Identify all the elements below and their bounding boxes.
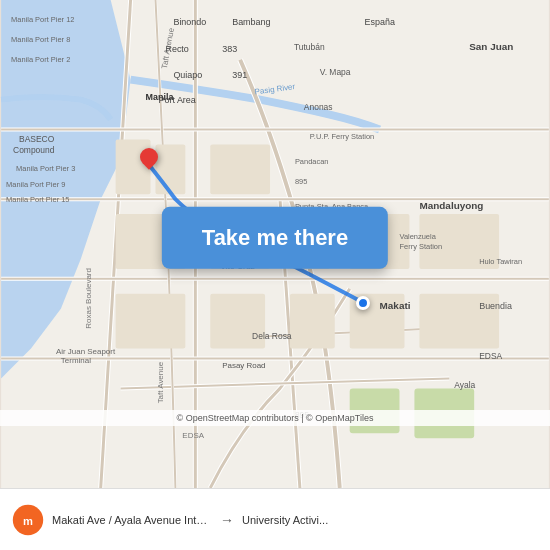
svg-text:Bambang: Bambang [232, 17, 270, 27]
svg-text:Ferry Station: Ferry Station [399, 242, 442, 251]
svg-text:Valenzuela: Valenzuela [399, 232, 436, 241]
origin-location-dot [356, 296, 370, 310]
svg-text:EDSA: EDSA [479, 351, 502, 361]
svg-text:Binondo: Binondo [173, 17, 206, 27]
svg-text:Ayala: Ayala [454, 380, 475, 390]
svg-text:Anonas: Anonas [304, 102, 333, 112]
svg-text:m: m [23, 514, 33, 526]
svg-rect-22 [210, 144, 270, 194]
app: BASECO Compound Manila San Juan Mandaluy… [0, 0, 550, 550]
svg-text:Taft Avenue: Taft Avenue [156, 361, 165, 403]
take-me-there-button[interactable]: Take me there [162, 207, 388, 269]
route-arrow-icon: → [220, 512, 234, 528]
svg-text:San Juan: San Juan [469, 41, 513, 52]
svg-text:Quiapo: Quiapo [173, 70, 202, 80]
svg-text:P.U.P. Ferry Station: P.U.P. Ferry Station [310, 132, 374, 141]
svg-text:Manila Port Pier 8: Manila Port Pier 8 [11, 35, 70, 44]
svg-rect-25 [116, 294, 186, 349]
svg-text:V. Mapa: V. Mapa [320, 67, 351, 77]
svg-text:Hulo Tawiran: Hulo Tawiran [479, 257, 522, 266]
origin-label: Makati Ave / Ayala Avenue Inter... [52, 514, 212, 526]
destination-pin [140, 148, 158, 166]
svg-text:Air Juan Seaport: Air Juan Seaport [56, 347, 116, 356]
svg-text:Compound: Compound [13, 145, 55, 155]
moovit-logo: m [12, 504, 44, 536]
svg-text:España: España [365, 17, 395, 27]
svg-text:Port Area: Port Area [158, 95, 195, 105]
map-container: BASECO Compound Manila San Juan Mandaluy… [0, 0, 550, 488]
svg-text:Manila Port Pier 3: Manila Port Pier 3 [16, 164, 75, 173]
svg-text:Manila Port Pier 9: Manila Port Pier 9 [6, 180, 65, 189]
svg-text:Makati: Makati [380, 300, 411, 311]
svg-text:BASECO: BASECO [19, 134, 55, 144]
svg-text:Mandaluyong: Mandaluyong [419, 200, 483, 211]
destination-label: University Activi... [242, 514, 328, 526]
svg-text:391: 391 [232, 70, 247, 80]
svg-text:Buendia: Buendia [479, 301, 512, 311]
svg-rect-32 [290, 294, 335, 349]
svg-text:Manila Port Pier 15: Manila Port Pier 15 [6, 195, 69, 204]
svg-text:EDSA: EDSA [182, 431, 204, 440]
svg-rect-21 [155, 144, 185, 194]
svg-text:Manila Port Pier 2: Manila Port Pier 2 [11, 55, 70, 64]
svg-text:383: 383 [222, 44, 237, 54]
svg-text:Pasay Road: Pasay Road [222, 361, 265, 370]
svg-text:895: 895 [295, 177, 307, 186]
bottom-bar: m Makati Ave / Ayala Avenue Inter... → U… [0, 488, 550, 550]
svg-text:Dela Rosa: Dela Rosa [252, 331, 292, 341]
svg-text:Manila Port Pier 12: Manila Port Pier 12 [11, 15, 74, 24]
svg-text:Pandacan: Pandacan [295, 157, 329, 166]
map-attribution: © OpenStreetMap contributors | © OpenMap… [0, 410, 550, 426]
svg-text:Terminal: Terminal [61, 357, 91, 366]
svg-text:Roxas Boulevard: Roxas Boulevard [84, 268, 93, 329]
route-info: Makati Ave / Ayala Avenue Inter... → Uni… [52, 512, 538, 528]
svg-text:Tutubán: Tutubán [294, 42, 325, 52]
svg-text:Recto: Recto [165, 44, 188, 54]
